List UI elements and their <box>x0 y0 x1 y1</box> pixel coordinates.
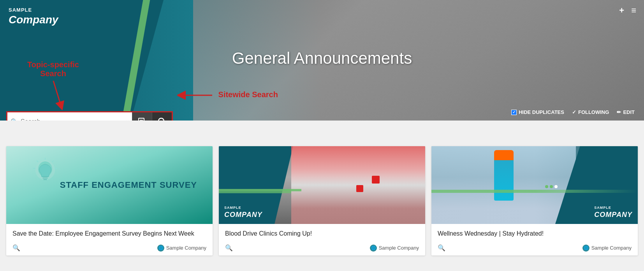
blood-card-logo: SAMPLE Company <box>224 206 262 219</box>
following-label: FOLLOWING <box>578 109 609 115</box>
topic-search-button[interactable] <box>132 112 152 121</box>
bulb-icon <box>30 158 61 193</box>
card-blood-drive[interactable]: SAMPLE Company Blood Drive Clinics Comin… <box>219 146 425 255</box>
content-area: STAFF ENGAGEMENT SURVEY Save the Date: E… <box>0 140 644 262</box>
card-survey-title: Save the Date: Employee Engagement Surve… <box>12 229 206 238</box>
search-input-container: 🔍 × <box>7 112 132 121</box>
hero-title: General Announcements <box>232 49 412 68</box>
blood-green-stripe-2 <box>219 191 291 193</box>
bandage-icon <box>372 176 380 184</box>
edit-label: EDIT <box>623 109 635 115</box>
card-blood-zoom-icon[interactable]: 🔍 <box>225 244 233 252</box>
edit-button[interactable]: ✏ EDIT <box>617 109 635 115</box>
logo-line2: Company <box>9 13 58 26</box>
bandage-icon-2 <box>356 185 363 192</box>
water-bottle <box>494 150 514 201</box>
card-blood-body: Blood Drive Clinics Coming Up! <box>219 224 425 242</box>
svg-line-16 <box>52 161 54 162</box>
survey-image-bg: STAFF ENGAGEMENT SURVEY <box>6 146 213 224</box>
card-survey-body: Save the Date: Employee Engagement Surve… <box>6 224 213 242</box>
survey-text-overlay: STAFF ENGAGEMENT SURVEY <box>60 180 197 190</box>
card-survey[interactable]: STAFF ENGAGEMENT SURVEY Save the Date: E… <box>6 146 213 255</box>
card-wellness-body: Wellness Wednesday | Stay Hydrated! <box>431 224 638 242</box>
card-wellness-zoom-icon[interactable]: 🔍 <box>438 244 445 252</box>
wellness-card-logo: SAMPLE Company <box>594 206 632 219</box>
card-wellness-source: 🌐 Sample Company <box>582 245 632 252</box>
bulb-illustration <box>30 158 61 194</box>
search-left-icon: 🔍 <box>11 118 18 121</box>
card-blood-title: Blood Drive Clinics Coming Up! <box>225 229 419 238</box>
card-survey-source: 🌐 Sample Company <box>157 245 206 252</box>
card-survey-image: STAFF ENGAGEMENT SURVEY <box>6 146 213 224</box>
card-wellness-title: Wellness Wednesday | Stay Hydrated! <box>438 229 632 238</box>
add-button[interactable]: + <box>619 5 624 16</box>
search-input[interactable] <box>21 118 126 121</box>
search-area: 🔍 × <box>6 111 173 121</box>
wellness-stripe <box>431 190 638 193</box>
card-wellness[interactable]: SAMPLE Company Wellness Wednesday | Stay… <box>431 146 638 255</box>
card-blood-source-name: Sample Company <box>379 245 419 251</box>
search-clear-button[interactable]: × <box>126 119 129 121</box>
search-box-wrapper: 🔍 × <box>6 111 173 121</box>
card-survey-footer: 🔍 🌐 Sample Company <box>6 242 213 255</box>
following-check-icon: ✓ <box>572 109 576 115</box>
hero-section: SAMPLE Company General Announcements + ≡… <box>0 0 644 121</box>
card-survey-source-name: Sample Company <box>166 245 206 251</box>
svg-point-7 <box>158 118 164 121</box>
card-wellness-image: SAMPLE Company <box>431 146 638 224</box>
sitewide-search-button[interactable] <box>152 112 172 121</box>
card-wellness-source-name: Sample Company <box>591 245 632 251</box>
hide-duplicates-toggle[interactable]: ✓ HIDE DUPLICATES <box>511 109 564 115</box>
following-button[interactable]: ✓ FOLLOWING <box>572 109 609 115</box>
blood-image-bg: SAMPLE Company <box>219 146 425 224</box>
edit-pencil-icon: ✏ <box>617 109 621 115</box>
wellness-image-bg: SAMPLE Company <box>431 146 638 224</box>
globe-icon: 🌐 <box>157 245 164 252</box>
hero-top-right-actions: + ≡ <box>619 5 636 16</box>
hide-duplicates-checkbox[interactable]: ✓ <box>511 110 517 115</box>
hero-toolbar: ✓ HIDE DUPLICATES ✓ FOLLOWING ✏ EDIT <box>511 109 635 115</box>
topic-search-icon <box>138 117 146 121</box>
logo-line1: SAMPLE <box>9 7 32 13</box>
card-wellness-footer: 🔍 🌐 Sample Company <box>431 242 638 255</box>
globe-icon-wellness: 🌐 <box>582 245 589 252</box>
sitewide-search-icon <box>158 117 166 121</box>
wellness-dots <box>545 185 558 188</box>
globe-icon-blood: 🌐 <box>370 245 377 252</box>
svg-line-15 <box>37 161 38 162</box>
hide-duplicates-label: HIDE DUPLICATES <box>519 109 564 115</box>
company-logo[interactable]: SAMPLE Company <box>9 7 58 26</box>
card-blood-source: 🌐 Sample Company <box>370 245 419 252</box>
card-blood-image: SAMPLE Company <box>219 146 425 224</box>
card-survey-zoom-icon[interactable]: 🔍 <box>12 244 20 252</box>
menu-button[interactable]: ≡ <box>631 5 636 16</box>
card-blood-footer: 🔍 🌐 Sample Company <box>219 242 425 255</box>
